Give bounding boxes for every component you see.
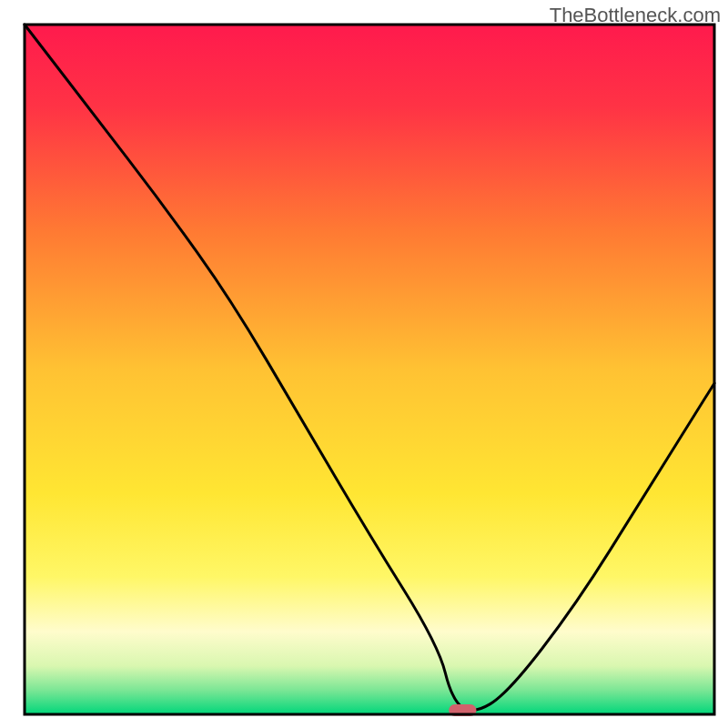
chart-background-gradient (25, 25, 714, 714)
watermark-text: TheBottleneck.com (550, 4, 721, 27)
chart-container: TheBottleneck.com (0, 0, 728, 728)
bottleneck-chart (0, 0, 728, 728)
